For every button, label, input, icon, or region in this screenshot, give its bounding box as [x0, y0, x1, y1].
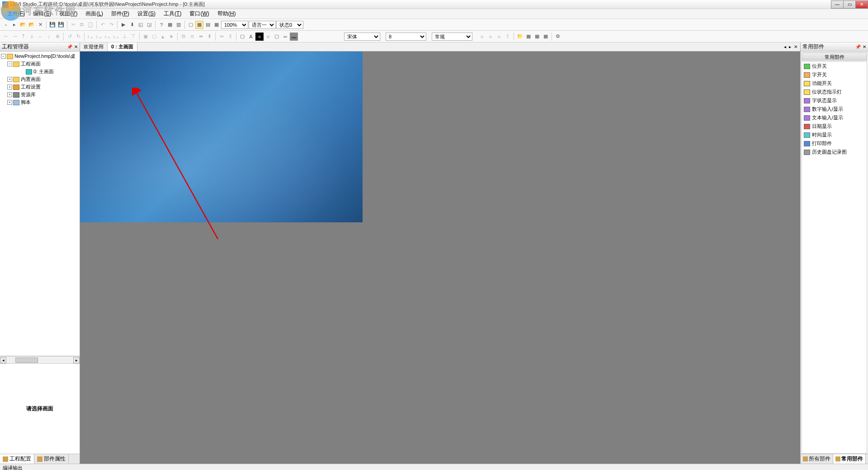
expand-icon[interactable]: + [7, 77, 12, 82]
collapse-icon[interactable]: − [7, 61, 12, 66]
view3-button[interactable]: ▤ [204, 21, 212, 29]
menu-screen[interactable]: 画面(L) [82, 9, 107, 19]
project-tree[interactable]: − NewProject.hmp[D:\tools\桌 − 工程画面 0: 主画… [0, 52, 80, 356]
cut-button[interactable]: ✂ [69, 21, 77, 29]
widget-item[interactable]: 历史圆盘记录图 [802, 148, 867, 156]
pin-icon[interactable]: 📌 [67, 44, 72, 49]
align-cc-button[interactable]: ⊕ [53, 33, 61, 41]
color-button[interactable]: ▥ [175, 21, 183, 29]
pin-icon[interactable]: 📌 [855, 44, 861, 49]
copy-button[interactable]: ⧉ [78, 21, 86, 29]
align-right-button[interactable]: ⤏ [10, 33, 19, 41]
shape-solid-button[interactable]: ▬ [290, 33, 298, 41]
tree-screen-main[interactable]: 0: 主画面 [1, 68, 79, 75]
menu-parts[interactable]: 部件(P) [108, 9, 133, 19]
layer-f-button[interactable]: ▣ [142, 33, 150, 41]
widget-item[interactable]: 字状态显示 [802, 96, 867, 105]
close-button[interactable]: ✕ [855, 0, 868, 9]
rotate-l-button[interactable]: ↺ [66, 33, 74, 41]
download-button[interactable]: ⬇ [128, 21, 136, 29]
widget-item[interactable]: 功能开关 [802, 79, 867, 88]
design-canvas[interactable] [80, 52, 363, 222]
shape-line-button[interactable]: ═ [281, 33, 289, 41]
menu-edit[interactable]: 编辑(E) [29, 9, 55, 19]
align-bottom-button[interactable]: ⤓ [28, 33, 36, 41]
align-vc-button[interactable]: ↕ [45, 33, 53, 41]
misc-button[interactable]: ⚙ [554, 33, 562, 41]
tab-close-icon[interactable]: ✕ [793, 44, 798, 49]
widget-item[interactable]: 文本输入/显示 [802, 113, 867, 122]
sim2-button[interactable]: ◲ [145, 21, 153, 29]
txt-center-button[interactable]: ≡ [486, 33, 495, 41]
sim-button[interactable]: ◱ [137, 21, 145, 29]
menu-view[interactable]: 视图(V) [56, 9, 81, 19]
group-button[interactable]: ⧉ [179, 33, 188, 41]
widget-item[interactable]: 位状态指示灯 [802, 88, 867, 96]
align-left-button[interactable]: ⤎ [2, 33, 10, 41]
expand-icon[interactable]: + [7, 100, 12, 105]
collapse-icon[interactable]: − [1, 54, 6, 59]
tab-project-config[interactable]: 工程配置 [0, 454, 34, 464]
view4-button[interactable]: ▦ [212, 21, 221, 29]
shape-box-button[interactable]: ▢ [273, 33, 281, 41]
dist-v-button[interactable]: ⊥ [121, 33, 129, 41]
open2-button[interactable]: 📂 [19, 21, 27, 29]
tab-welcome[interactable]: 欢迎使用 [80, 42, 108, 51]
new-button[interactable]: ▫ [2, 21, 10, 29]
widget-item[interactable]: 位开关 [802, 62, 867, 70]
flip-h-button[interactable]: ⇔ [217, 33, 226, 41]
widget-item[interactable]: 数字输入/显示 [802, 105, 867, 113]
menu-help[interactable]: 帮助(H) [214, 9, 240, 19]
shape-rect-button[interactable]: ▢ [238, 33, 246, 41]
menu-file[interactable]: 文件(F) [4, 9, 28, 19]
state-combo[interactable]: 状态0 [276, 21, 303, 29]
paste-button[interactable]: 📋 [86, 21, 94, 29]
widget-item[interactable]: 日期显示 [802, 122, 867, 131]
layer-d-button[interactable]: ▼ [167, 33, 175, 41]
layer-u-button[interactable]: ▲ [159, 33, 167, 41]
tab-common-widgets[interactable]: 常用部件 [833, 454, 866, 464]
undo-button[interactable]: ↶ [99, 21, 107, 29]
flip-v-button[interactable]: ⇕ [226, 33, 234, 41]
close-panel-icon[interactable]: ✕ [863, 44, 866, 49]
fontsize-combo[interactable]: 8 [386, 33, 426, 41]
shape-fill-button[interactable]: ■ [255, 33, 264, 41]
align-hc-button[interactable]: ↔ [36, 33, 44, 41]
calc-button[interactable]: ▦ [166, 21, 174, 29]
txt-left-button[interactable]: ≡ [478, 33, 486, 41]
fontweight-combo[interactable]: 常规 [432, 33, 472, 41]
language-combo[interactable]: 语言一 [249, 21, 276, 29]
menu-tools[interactable]: 工具(T) [160, 9, 185, 19]
tab-part-props[interactable]: 部件属性 [34, 454, 69, 464]
open-button[interactable]: ▸ [10, 21, 19, 29]
expand-icon[interactable]: + [7, 92, 12, 97]
tab-next-icon[interactable]: ▸ [788, 44, 792, 49]
same-h-button[interactable]: ⬍ [205, 33, 213, 41]
tree-resources[interactable]: + 资源库 [1, 91, 79, 99]
dist-h4-button[interactable]: ⫞⫠ [112, 33, 120, 41]
lib1-button[interactable]: 📁 [516, 33, 524, 41]
font-combo[interactable]: 宋体 [344, 33, 380, 41]
compile-output-bar[interactable]: 编译输出 [0, 464, 868, 470]
compile-button[interactable]: ▶ [119, 21, 127, 29]
widget-item[interactable]: 时间显示 [802, 131, 867, 139]
close-button[interactable]: ✕ [36, 21, 44, 29]
shape-circle-button[interactable]: ○ [264, 33, 272, 41]
menu-settings[interactable]: 设置(S) [134, 9, 159, 19]
tree-screens[interactable]: − 工程画面 [1, 60, 79, 68]
lib3-button[interactable]: ▦ [533, 33, 541, 41]
dist-v2-button[interactable]: ⊤ [129, 33, 137, 41]
view2-button[interactable]: ▦ [195, 21, 203, 29]
align-top-button[interactable]: ⤒ [19, 33, 27, 41]
tab-all-widgets[interactable]: 所有部件 [801, 454, 833, 464]
menu-window[interactable]: 窗口(W) [186, 9, 212, 19]
redo-button[interactable]: ↷ [107, 21, 115, 29]
minimize-button[interactable]: — [831, 0, 844, 9]
same-w-button[interactable]: ⬌ [197, 33, 205, 41]
lib2-button[interactable]: ▦ [524, 33, 533, 41]
dist-h2-button[interactable]: ⫞⫠ [95, 33, 103, 41]
tree-root[interactable]: − NewProject.hmp[D:\tools\桌 [1, 52, 79, 60]
ungroup-button[interactable]: ⧈ [188, 33, 196, 41]
view1-button[interactable]: ▢ [187, 21, 195, 29]
zoom-combo[interactable]: 100% [221, 21, 248, 29]
